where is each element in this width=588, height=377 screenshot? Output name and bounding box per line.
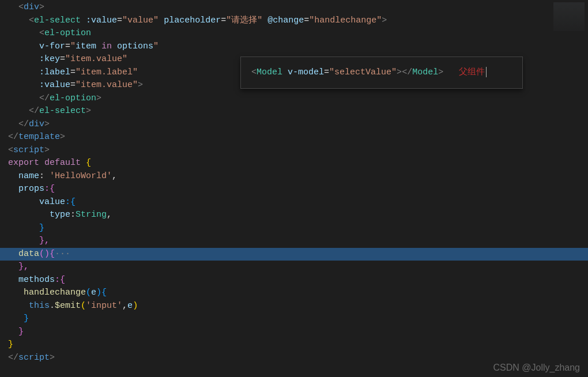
inset-code-box: <Model v-model="selectValue"></Model> 父组… xyxy=(240,56,523,89)
code-line: } xyxy=(8,326,580,339)
inset-code-line: <Model v-model="selectValue"></Model> 父组… xyxy=(251,66,487,80)
code-line: export default { xyxy=(8,157,580,170)
code-line: </el-option> xyxy=(8,92,580,105)
code-line: props:{ xyxy=(8,183,580,196)
code-line: <el-option xyxy=(8,27,580,40)
code-line: }, xyxy=(8,261,580,274)
cursor-icon xyxy=(486,67,487,77)
code-line: v-for="item in options" xyxy=(8,40,580,54)
minimap[interactable] xyxy=(553,2,585,31)
code-line: }, xyxy=(8,235,580,248)
code-line: </div> xyxy=(8,118,580,131)
code-line: </template> xyxy=(8,131,580,144)
code-line: value:{ xyxy=(8,196,580,209)
code-line: type:String, xyxy=(8,209,580,222)
code-line: </el-select> xyxy=(8,105,580,118)
watermark: CSDN @Jolly_zhang xyxy=(493,361,580,375)
code-line: } xyxy=(8,338,580,352)
code-line: } xyxy=(8,222,580,235)
code-editor[interactable]: <div> <el-select :value="value" placehol… xyxy=(0,0,588,365)
code-line: <el-select :value="value" placeholder="请… xyxy=(8,14,580,28)
code-line-highlighted: data(){··· xyxy=(0,248,588,261)
code-line: <div> xyxy=(8,1,580,14)
code-line: methods:{ xyxy=(8,274,580,287)
code-line: name: 'HelloWorld', xyxy=(8,170,580,183)
code-line: } xyxy=(8,312,580,326)
code-line: handlechange(e){ xyxy=(8,286,580,300)
code-line: <script> xyxy=(8,144,580,157)
code-line: this.$emit('input',e) xyxy=(8,300,580,313)
